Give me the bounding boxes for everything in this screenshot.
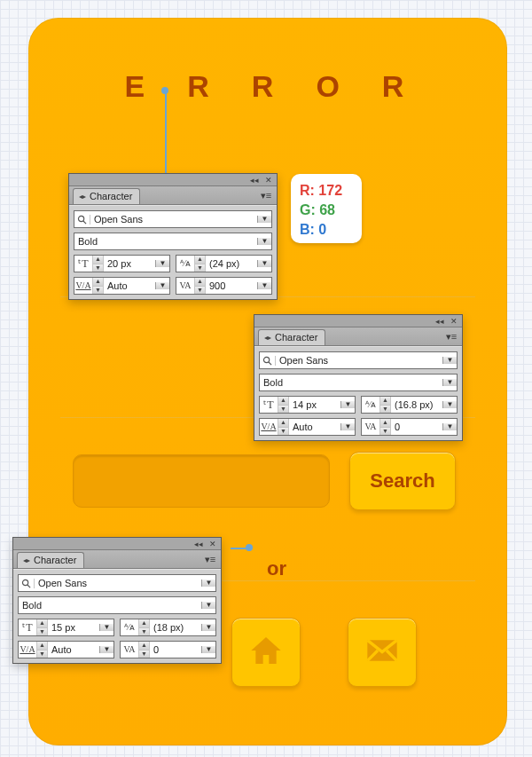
panel-body: Open Sans ▼ Bold ▼ ᵗT ▲▼ 14 px ▼ ᴬ⁄ᴀ ▲▼ …	[254, 346, 462, 440]
stepper[interactable]: ▲▼	[36, 619, 48, 635]
svg-line-5	[27, 584, 30, 587]
leading-combo[interactable]: ᴬ⁄ᴀ ▲▼ (24 px) ▼	[176, 255, 272, 272]
tab-cycle-icon: ◂▸	[264, 335, 271, 342]
tab-character[interactable]: ◂▸ Character	[73, 188, 140, 204]
font-style-value: Bold	[19, 601, 201, 611]
leading-combo[interactable]: ᴬ⁄ᴀ ▲▼ (16.8 px) ▼	[361, 396, 458, 414]
leading-icon: ᴬ⁄ᴀ	[362, 400, 379, 409]
rgb-b: B: 0	[300, 220, 353, 240]
tracking-combo[interactable]: VA ▲▼ 0 ▼	[120, 641, 216, 658]
panel-titlebar[interactable]: ◂◂ ✕	[13, 538, 221, 550]
panel-titlebar[interactable]: ◂◂ ✕	[254, 315, 462, 327]
stepper[interactable]: ▲▼	[138, 619, 150, 635]
stepper[interactable]: ▲▼	[36, 642, 48, 658]
panel-tab-row: ◂▸ Character ▾≡	[69, 186, 277, 205]
dropdown-icon[interactable]: ▼	[155, 282, 169, 289]
dropdown-icon[interactable]: ▼	[257, 238, 271, 245]
stepper[interactable]: ▲▼	[278, 419, 289, 435]
font-style-combo[interactable]: Bold ▼	[74, 233, 272, 250]
stepper[interactable]: ▲▼	[138, 642, 150, 658]
collapse-icon[interactable]: ◂◂	[435, 318, 444, 325]
leading-combo[interactable]: ᴬ⁄ᴀ ▲▼ (18 px) ▼	[120, 619, 216, 636]
font-family-combo[interactable]: Open Sans ▼	[74, 210, 272, 228]
dropdown-icon[interactable]: ▼	[257, 216, 271, 223]
collapse-icon[interactable]: ◂◂	[250, 177, 259, 184]
close-icon[interactable]: ✕	[208, 540, 217, 548]
stepper[interactable]: ▲▼	[379, 419, 391, 435]
leading-value: (24 px)	[206, 259, 257, 269]
font-size-combo[interactable]: ᵗT ▲▼ 14 px ▼	[259, 396, 356, 414]
stepper[interactable]: ▲▼	[92, 278, 104, 294]
tracking-combo[interactable]: VA ▲▼ 900 ▼	[176, 277, 272, 295]
font-size-value: 14 px	[289, 400, 340, 410]
close-icon[interactable]: ✕	[450, 318, 458, 325]
tracking-icon: VA	[362, 422, 379, 431]
font-family-combo[interactable]: Open Sans ▼	[18, 574, 216, 592]
kerning-value: Auto	[48, 645, 99, 655]
kerning-icon: V/A	[19, 645, 36, 654]
kerning-combo[interactable]: V/A ▲▼ Auto ▼	[74, 277, 170, 295]
home-icon	[248, 633, 284, 672]
callout-dot	[161, 87, 168, 94]
panel-menu-icon[interactable]: ▾≡	[443, 332, 459, 342]
kerning-combo[interactable]: V/A ▲▼ Auto ▼	[18, 641, 114, 658]
mail-icon	[364, 633, 400, 672]
search-icon[interactable]	[19, 579, 35, 588]
kerning-value: Auto	[104, 281, 155, 291]
svg-point-2	[263, 357, 269, 362]
dropdown-icon[interactable]: ▼	[155, 260, 169, 267]
font-style-combo[interactable]: Bold ▼	[18, 596, 216, 614]
font-style-value: Bold	[260, 378, 442, 388]
dropdown-icon[interactable]: ▼	[201, 624, 215, 631]
home-button[interactable]	[231, 618, 301, 687]
dropdown-icon[interactable]: ▼	[340, 423, 355, 430]
leading-value: (18 px)	[150, 623, 201, 633]
panel-menu-icon[interactable]: ▾≡	[202, 555, 218, 564]
panel-tab-row: ◂▸ Character ▾≡	[254, 327, 462, 346]
dropdown-icon[interactable]: ▼	[257, 282, 271, 289]
tab-character[interactable]: ◂▸ Character	[258, 329, 325, 345]
dropdown-icon[interactable]: ▼	[257, 260, 271, 267]
collapse-icon[interactable]: ◂◂	[194, 540, 203, 548]
dropdown-icon[interactable]: ▼	[201, 602, 215, 609]
stepper[interactable]: ▲▼	[92, 256, 104, 272]
panel-titlebar[interactable]: ◂◂ ✕	[69, 174, 277, 186]
dropdown-icon[interactable]: ▼	[442, 401, 457, 408]
kerning-combo[interactable]: V/A ▲▼ Auto ▼	[259, 418, 356, 436]
character-panel[interactable]: ◂◂ ✕ ◂▸ Character ▾≡ Open Sans ▼ Bold ▼ …	[12, 537, 222, 664]
font-size-combo[interactable]: ᵗT ▲▼ 20 px ▼	[74, 255, 170, 272]
dropdown-icon[interactable]: ▼	[201, 580, 215, 587]
callout-dot	[246, 544, 253, 551]
dropdown-icon[interactable]: ▼	[442, 423, 457, 430]
font-size-value: 15 px	[48, 623, 99, 633]
tab-character[interactable]: ◂▸ Character	[17, 552, 84, 568]
panel-menu-icon[interactable]: ▾≡	[258, 191, 274, 201]
dropdown-icon[interactable]: ▼	[201, 646, 215, 653]
mail-button[interactable]	[348, 618, 417, 687]
panel-body: Open Sans ▼ Bold ▼ ᵗT ▲▼ 20 px ▼ ᴬ⁄ᴀ ▲▼ …	[69, 205, 277, 299]
character-panel[interactable]: ◂◂ ✕ ◂▸ Character ▾≡ Open Sans ▼ Bold ▼ …	[68, 173, 278, 300]
rgb-r: R: 172	[300, 181, 353, 201]
search-input[interactable]	[73, 454, 330, 508]
character-panel[interactable]: ◂◂ ✕ ◂▸ Character ▾≡ Open Sans ▼ Bold ▼ …	[254, 314, 463, 441]
tracking-icon: VA	[176, 281, 194, 290]
tracking-combo[interactable]: VA ▲▼ 0 ▼	[361, 418, 458, 436]
stepper[interactable]: ▲▼	[194, 278, 206, 294]
stepper[interactable]: ▲▼	[379, 397, 391, 413]
font-family-value: Open Sans	[276, 356, 442, 366]
dropdown-icon[interactable]: ▼	[99, 646, 113, 653]
dropdown-icon[interactable]: ▼	[340, 401, 355, 408]
dropdown-icon[interactable]: ▼	[99, 624, 113, 631]
search-icon[interactable]	[74, 215, 90, 225]
stepper[interactable]: ▲▼	[278, 397, 289, 413]
dropdown-icon[interactable]: ▼	[442, 379, 457, 386]
search-button[interactable]: Search	[349, 452, 456, 510]
font-family-combo[interactable]: Open Sans ▼	[259, 351, 458, 369]
font-size-combo[interactable]: ᵗT ▲▼ 15 px ▼	[18, 619, 114, 636]
close-icon[interactable]: ✕	[264, 177, 273, 184]
font-style-combo[interactable]: Bold ▼	[259, 374, 458, 391]
svg-point-0	[78, 216, 83, 221]
stepper[interactable]: ▲▼	[194, 256, 206, 272]
dropdown-icon[interactable]: ▼	[442, 357, 457, 364]
search-icon[interactable]	[260, 356, 276, 366]
